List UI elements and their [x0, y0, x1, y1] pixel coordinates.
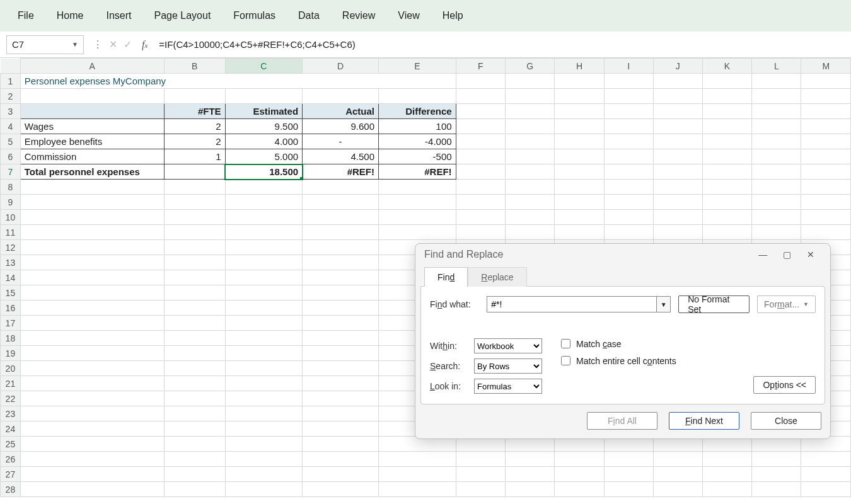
cell[interactable] [379, 195, 456, 210]
row-header[interactable]: 27 [1, 467, 21, 482]
cell[interactable] [801, 104, 851, 119]
cell[interactable] [752, 104, 801, 119]
cell[interactable] [303, 346, 379, 361]
row-header[interactable]: 13 [1, 255, 21, 270]
tab-find[interactable]: Find [424, 267, 468, 287]
enter-icon[interactable]: ✓ [124, 38, 132, 50]
cell[interactable] [653, 482, 702, 497]
cell[interactable] [20, 361, 164, 376]
cell[interactable] [801, 210, 851, 225]
cell[interactable] [505, 104, 554, 119]
find-what-input[interactable] [487, 296, 657, 312]
cell[interactable]: Actual [303, 104, 379, 119]
cell[interactable] [303, 421, 379, 437]
cell[interactable] [555, 210, 604, 225]
cell[interactable] [555, 149, 604, 164]
cell[interactable] [164, 89, 225, 104]
cell[interactable] [555, 104, 604, 119]
cell[interactable] [555, 119, 604, 134]
cell[interactable] [20, 406, 164, 421]
format-button[interactable]: Format...▼ [757, 295, 816, 313]
cell[interactable] [164, 391, 225, 406]
name-box[interactable]: C7 ▼ [6, 35, 84, 54]
cell[interactable] [456, 180, 505, 195]
cell[interactable] [752, 225, 801, 240]
cell[interactable] [505, 452, 554, 467]
cell[interactable] [801, 195, 851, 210]
cell[interactable] [303, 240, 379, 255]
cell[interactable] [225, 316, 303, 331]
cell[interactable] [20, 210, 164, 225]
cell[interactable] [225, 467, 303, 482]
cell[interactable]: #REF! [379, 164, 456, 180]
menu-review[interactable]: Review [331, 10, 386, 21]
col-H[interactable]: H [555, 59, 604, 74]
cancel-icon[interactable]: ✕ [109, 38, 117, 50]
row-header[interactable]: 17 [1, 316, 21, 331]
cell[interactable] [505, 482, 554, 497]
cell[interactable] [303, 437, 379, 452]
select-all-corner[interactable] [1, 59, 21, 74]
menu-formulas[interactable]: Formulas [222, 10, 287, 21]
cell[interactable]: -500 [379, 149, 456, 164]
cell[interactable] [164, 164, 225, 180]
col-A[interactable]: A [20, 59, 164, 74]
cell[interactable] [303, 225, 379, 240]
row-header[interactable]: 8 [1, 180, 21, 195]
row-header[interactable]: 11 [1, 225, 21, 240]
cell[interactable] [20, 180, 164, 195]
row-header[interactable]: 18 [1, 331, 21, 346]
find-next-button[interactable]: Find Next [669, 412, 739, 430]
row-header[interactable]: 6 [1, 149, 21, 164]
cell[interactable] [604, 180, 653, 195]
cell[interactable] [164, 270, 225, 285]
cell[interactable]: 1 [164, 149, 225, 164]
cell[interactable] [225, 361, 303, 376]
cell[interactable] [225, 452, 303, 467]
cell[interactable] [604, 467, 653, 482]
cell[interactable] [225, 391, 303, 406]
cell[interactable]: -4.000 [379, 134, 456, 149]
cell[interactable]: Difference [379, 104, 456, 119]
cell[interactable] [303, 210, 379, 225]
cell[interactable] [164, 195, 225, 210]
close-button[interactable]: Close [751, 412, 821, 430]
no-format-button[interactable]: No Format Set [678, 295, 750, 313]
cell[interactable] [604, 195, 653, 210]
cell[interactable] [555, 467, 604, 482]
cell[interactable] [555, 225, 604, 240]
cell[interactable] [505, 210, 554, 225]
cell[interactable] [456, 134, 505, 149]
cell[interactable] [20, 391, 164, 406]
cell[interactable] [555, 452, 604, 467]
options-button[interactable]: Options << [753, 376, 816, 394]
cell[interactable] [20, 421, 164, 437]
row-header[interactable]: 24 [1, 421, 21, 437]
cell[interactable] [303, 316, 379, 331]
cell[interactable] [164, 225, 225, 240]
cell[interactable] [702, 210, 751, 225]
cell[interactable] [801, 180, 851, 195]
cell[interactable]: 9.500 [225, 119, 303, 134]
col-E[interactable]: E [379, 59, 456, 74]
cell[interactable] [653, 149, 702, 164]
cell[interactable] [303, 391, 379, 406]
sheet-title[interactable]: Personnel expenses MyCompany [20, 74, 456, 89]
cell[interactable] [20, 346, 164, 361]
cell[interactable]: Commission [20, 149, 164, 164]
cell[interactable] [164, 361, 225, 376]
cell[interactable] [225, 210, 303, 225]
minimize-icon[interactable]: ― [752, 249, 773, 260]
cell[interactable] [702, 119, 751, 134]
cell[interactable] [379, 482, 456, 497]
cell[interactable] [555, 482, 604, 497]
match-case-checkbox[interactable]: Match case [559, 337, 676, 350]
cell[interactable] [225, 376, 303, 391]
row-header[interactable]: 14 [1, 270, 21, 285]
cell[interactable] [653, 180, 702, 195]
cell[interactable] [752, 195, 801, 210]
cell[interactable]: Wages [20, 119, 164, 134]
cell[interactable] [653, 225, 702, 240]
cell[interactable] [604, 482, 653, 497]
search-select[interactable]: By Rows [474, 358, 542, 374]
